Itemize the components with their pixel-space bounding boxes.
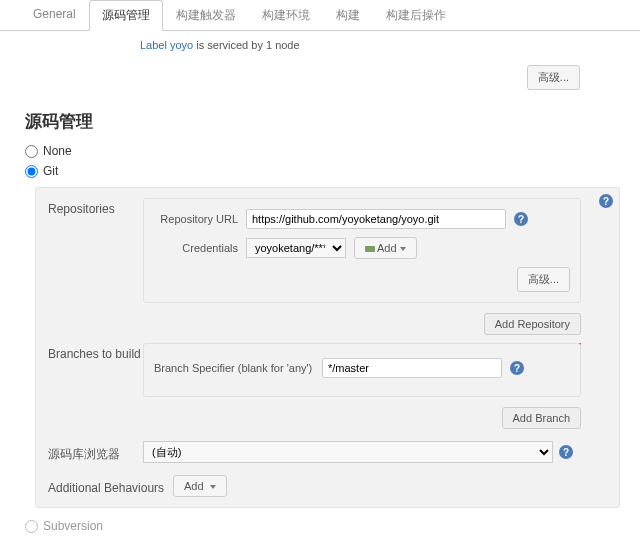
credentials-label: Credentials [154, 242, 238, 254]
add-behaviour-button[interactable]: Add [173, 475, 227, 497]
tab-scm[interactable]: 源码管理 [89, 0, 163, 31]
service-text: is serviced by 1 node [193, 39, 299, 51]
tab-triggers[interactable]: 构建触发器 [163, 0, 249, 30]
additional-behaviours-label: Additional Behaviours [48, 477, 173, 495]
tab-env[interactable]: 构建环境 [249, 0, 323, 30]
top-tabs: General 源码管理 构建触发器 构建环境 构建 构建后操作 [0, 0, 640, 31]
help-icon[interactable]: ? [559, 445, 573, 459]
help-icon[interactable]: ? [514, 212, 528, 226]
tab-post[interactable]: 构建后操作 [373, 0, 459, 30]
branch-box: Branch Specifier (blank for 'any') ? [143, 343, 581, 397]
section-title: 源码管理 [0, 104, 640, 141]
radio-subversion[interactable] [25, 520, 38, 533]
advanced-button-top[interactable]: 高级... [527, 65, 580, 90]
branches-label: Branches to build [48, 343, 143, 431]
git-config-block: ? Repositories Repository URL ? Credenti… [35, 187, 620, 508]
repositories-label: Repositories [48, 198, 143, 337]
add-repository-button[interactable]: Add Repository [484, 313, 581, 335]
chevron-down-icon [400, 247, 406, 251]
branch-spec-label: Branch Specifier (blank for 'any') [154, 362, 314, 374]
help-icon[interactable]: ? [510, 361, 524, 375]
credentials-add-button[interactable]: Add [354, 237, 417, 259]
radio-git[interactable] [25, 165, 38, 178]
service-note: Label yoyo is serviced by 1 node [0, 31, 640, 59]
tab-build[interactable]: 构建 [323, 0, 373, 30]
radio-none[interactable] [25, 145, 38, 158]
branch-spec-input[interactable] [322, 358, 502, 378]
tab-general[interactable]: General [20, 0, 89, 30]
repository-box: Repository URL ? Credentials yoyoketang/… [143, 198, 581, 303]
label-link[interactable]: Label yoyo [140, 39, 193, 51]
credentials-select[interactable]: yoyoketang/****** ▾ [246, 238, 346, 258]
repo-url-input[interactable] [246, 209, 506, 229]
add-branch-button[interactable]: Add Branch [502, 407, 581, 429]
repo-advanced-button[interactable]: 高级... [517, 267, 570, 292]
help-icon[interactable]: ? [599, 194, 613, 208]
repo-url-label: Repository URL [154, 213, 238, 225]
chevron-down-icon [210, 485, 216, 489]
repo-browser-label: 源码库浏览器 [48, 442, 143, 463]
repo-browser-select[interactable]: (自动) [143, 441, 553, 463]
radio-none-label: None [43, 144, 72, 158]
radio-git-label: Git [43, 164, 58, 178]
radio-subversion-label: Subversion [43, 519, 103, 533]
key-icon [365, 246, 375, 252]
